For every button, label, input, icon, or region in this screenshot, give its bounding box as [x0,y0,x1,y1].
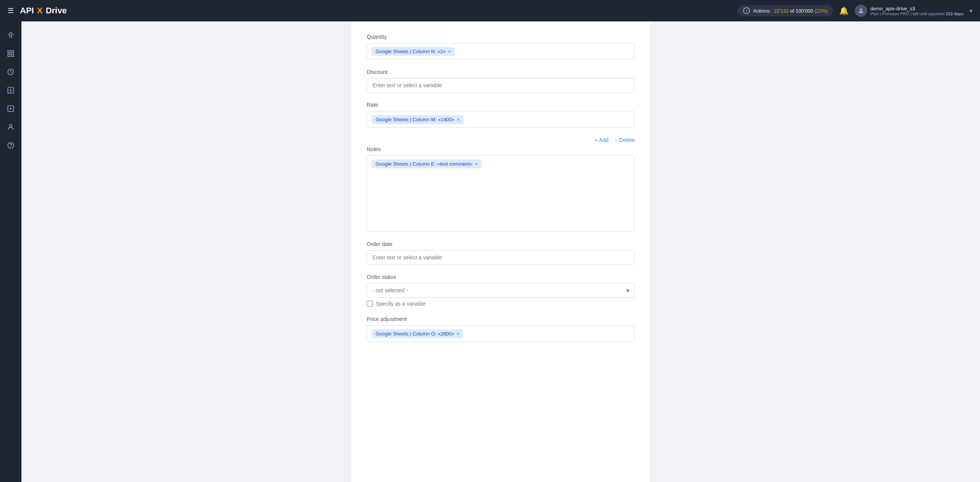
rate-group: Rate Google Sheets | Column M: «1400» × [367,102,635,128]
actions-percent: (22%) [815,8,828,14]
discount-label: Discount [367,69,635,75]
order-date-input[interactable] [367,250,635,265]
user-section: demo_apix-drive_s3 Plan | Premium PRO | … [855,5,972,17]
add-button[interactable]: + Add [595,137,608,143]
logo-drive: Drive [46,6,67,16]
logo-x: X [37,6,43,16]
order-date-label: Order date [367,241,635,247]
rate-tag: Google Sheets | Column M: «1400» × [372,115,464,124]
sidebar [0,21,21,482]
actions-current: 22'132 [774,8,789,14]
actions-label: Actions: [753,8,771,14]
user-info: demo_apix-drive_s3 Plan | Premium PRO | … [870,6,964,16]
order-status-label: Order status [367,274,635,280]
price-adjustment-group: Price adjustment Google Sheets | Column … [367,316,635,342]
rate-tag-remove[interactable]: × [457,117,460,122]
order-status-group: Order status - not selected - New In Pro… [367,274,635,307]
price-adjustment-input[interactable]: Google Sheets | Column O: «2800» × [367,325,635,342]
user-avatar [855,5,867,17]
specify-variable-row: Specify as a variable [367,301,635,307]
sidebar-item-grid[interactable] [3,46,18,61]
chevron-down-icon[interactable]: ▾ [970,8,972,14]
specify-variable-checkbox[interactable] [367,301,373,307]
add-delete-row: + Add − Delete [367,137,635,143]
bell-icon[interactable]: 🔔 [839,6,849,15]
actions-of: of [790,8,795,14]
quantity-label: Quantity [367,34,635,40]
user-name: demo_apix-drive_s3 [870,6,964,11]
order-status-select[interactable]: - not selected - New In Progress Complet… [367,283,635,298]
svg-rect-1 [8,51,10,53]
svg-marker-8 [10,107,12,110]
rate-label: Rate [367,102,635,108]
order-status-wrapper: - not selected - New In Progress Complet… [367,283,635,298]
notes-group: Notes Google Sheets | Column E: «test co… [367,146,635,232]
actions-count: 22'132 of 100'000 (22%) [774,8,828,14]
sidebar-item-billing[interactable] [3,64,18,80]
quantity-tag: Google Sheets | Column N: «2» × [372,47,455,56]
specify-variable-label[interactable]: Specify as a variable [376,301,425,307]
actions-badge[interactable]: i Actions: 22'132 of 100'000 (22%) [738,5,833,16]
actions-total: 100'000 [795,8,813,14]
svg-rect-2 [11,51,14,53]
svg-point-9 [10,124,12,127]
notes-input[interactable]: Google Sheets | Column E: «test comment»… [367,155,635,232]
logo-api: API [20,6,34,16]
price-adjustment-tag-remove[interactable]: × [457,331,460,336]
discount-group: Discount [367,69,635,93]
notes-label: Notes [367,146,635,152]
sidebar-item-home[interactable] [3,28,18,43]
logo: APIXDrive [20,6,67,16]
info-icon: i [743,7,750,14]
order-date-group: Order date [367,241,635,265]
user-plan: Plan | Premium PRO | left until payment … [870,11,964,16]
quantity-tag-text: Google Sheets | Column N: «2» [376,49,446,54]
quantity-tag-remove[interactable]: × [448,49,451,54]
form-panel: Quantity Google Sheets | Column N: «2» ×… [351,21,650,482]
notes-tag: Google Sheets | Column E: «test comment»… [372,160,482,168]
header: ☰ APIXDrive i Actions: 22'132 of 100'000… [0,0,980,21]
notes-tag-remove[interactable]: × [475,161,478,166]
hamburger-icon[interactable]: ☰ [8,7,14,15]
svg-rect-4 [11,54,14,57]
svg-point-0 [860,8,862,11]
sidebar-item-user[interactable] [3,119,18,135]
price-adjustment-tag-text: Google Sheets | Column O: «2800» [376,331,454,337]
sidebar-item-help[interactable] [3,138,18,153]
price-adjustment-tag: Google Sheets | Column O: «2800» × [372,329,463,338]
rate-input[interactable]: Google Sheets | Column M: «1400» × [367,111,635,128]
svg-rect-3 [8,54,10,57]
delete-button[interactable]: − Delete [614,137,635,143]
quantity-input[interactable]: Google Sheets | Column N: «2» × [367,43,635,60]
rate-tag-text: Google Sheets | Column M: «1400» [376,117,454,122]
header-actions: i Actions: 22'132 of 100'000 (22%) 🔔 dem… [738,5,972,17]
sidebar-item-play[interactable] [3,101,18,116]
notes-tag-text: Google Sheets | Column E: «test comment» [376,161,472,167]
content-area: Quantity Google Sheets | Column N: «2» ×… [21,21,980,482]
quantity-group: Quantity Google Sheets | Column N: «2» × [367,34,635,60]
price-adjustment-label: Price adjustment [367,316,635,322]
discount-input[interactable] [367,78,635,93]
sidebar-item-files[interactable] [3,83,18,98]
main-layout: Quantity Google Sheets | Column N: «2» ×… [0,21,980,482]
